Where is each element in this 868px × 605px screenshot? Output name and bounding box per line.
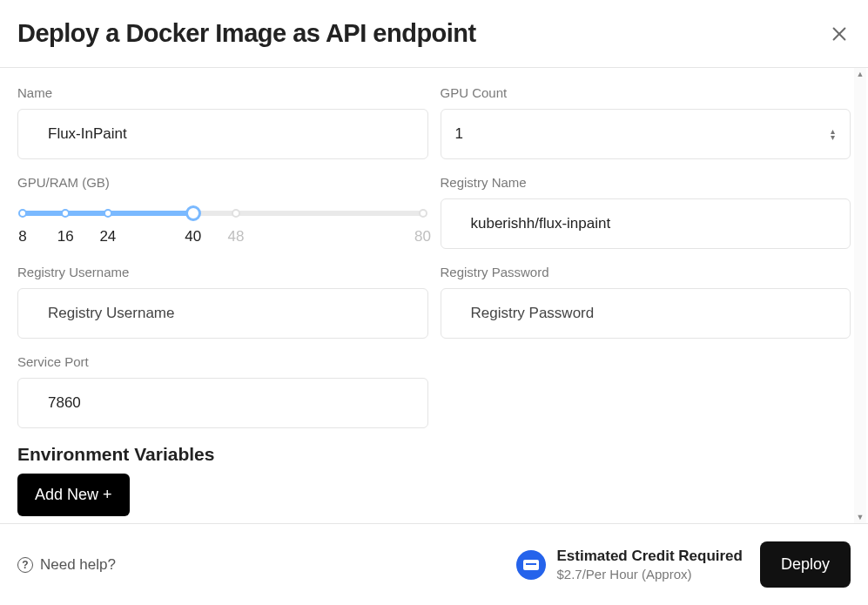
registry-name-input[interactable]: [441, 198, 851, 249]
credit-card-icon: [516, 550, 546, 580]
registry-username-input[interactable]: [17, 288, 428, 339]
gpu-ram-label: GPU/RAM (GB): [17, 175, 428, 190]
scrollbar[interactable]: ▲ ▼: [854, 68, 866, 523]
registry-username-label: Registry Username: [17, 265, 428, 279]
gpu-count-select[interactable]: [441, 109, 851, 159]
slider-tick-label: 48: [227, 228, 244, 245]
slider-tick-label: 16: [57, 228, 74, 245]
modal-footer: ? Need help? Estimated Credit Required $…: [0, 524, 868, 605]
gpu-count-label: GPU Count: [441, 85, 851, 100]
gpu-count-group: GPU Count ▴▾: [441, 85, 851, 159]
modal-body: Name GPU Count ▴▾ GPU/RAM (GB): [0, 68, 868, 523]
name-input[interactable]: [17, 109, 428, 159]
registry-password-label: Registry Password: [441, 265, 851, 279]
slider-tick: [61, 209, 70, 218]
registry-password-input[interactable]: [441, 288, 851, 339]
slider-labels: 81624404880: [23, 228, 423, 245]
env-vars-title: Environment Variables: [17, 444, 851, 465]
slider-tick: [18, 209, 27, 218]
close-icon[interactable]: [828, 23, 851, 45]
slider-tick-label: 24: [99, 228, 116, 245]
add-env-var-button[interactable]: Add New +: [17, 474, 130, 516]
scroll-down-icon[interactable]: ▼: [854, 511, 866, 523]
registry-username-group: Registry Username: [17, 265, 428, 339]
help-icon: ?: [17, 557, 33, 573]
need-help-label: Need help?: [40, 556, 116, 574]
slider-tick: [232, 209, 240, 218]
deploy-button[interactable]: Deploy: [760, 541, 851, 588]
registry-name-label: Registry Name: [441, 175, 851, 190]
scroll-up-icon[interactable]: ▲: [854, 68, 866, 80]
name-label: Name: [17, 85, 428, 100]
credit-amount: $2.7/Per Hour (Approx): [556, 567, 743, 581]
modal-header: Deploy a Docker Image as API endpoint: [0, 0, 868, 68]
slider-tick: [104, 209, 112, 218]
credit-info: Estimated Credit Required $2.7/Per Hour …: [516, 548, 743, 581]
service-port-group: Service Port: [17, 354, 428, 428]
service-port-input[interactable]: [17, 378, 428, 428]
modal-body-wrap: Name GPU Count ▴▾ GPU/RAM (GB): [0, 68, 868, 524]
gpu-ram-slider[interactable]: 81624404880: [17, 198, 428, 245]
gpu-count-select-wrap: ▴▾: [441, 109, 851, 159]
gpu-ram-group: GPU/RAM (GB) 81624404880: [17, 175, 428, 249]
name-group: Name: [17, 85, 428, 159]
registry-name-group: Registry Name: [441, 175, 851, 249]
slider-tick-label: 80: [414, 228, 431, 245]
slider-handle[interactable]: [185, 205, 201, 221]
slider-track: [23, 211, 423, 216]
credit-text: Estimated Credit Required $2.7/Per Hour …: [556, 548, 743, 581]
slider-tick-label: 40: [185, 228, 201, 245]
need-help-link[interactable]: ? Need help?: [17, 556, 116, 574]
registry-password-group: Registry Password: [441, 265, 851, 339]
service-port-label: Service Port: [17, 354, 428, 369]
credit-title: Estimated Credit Required: [556, 548, 743, 565]
slider-tick-label: 8: [18, 228, 26, 245]
empty-cell: [441, 354, 851, 444]
form-grid: Name GPU Count ▴▾ GPU/RAM (GB): [17, 85, 851, 444]
modal-title: Deploy a Docker Image as API endpoint: [17, 19, 476, 48]
slider-tick: [419, 209, 427, 218]
